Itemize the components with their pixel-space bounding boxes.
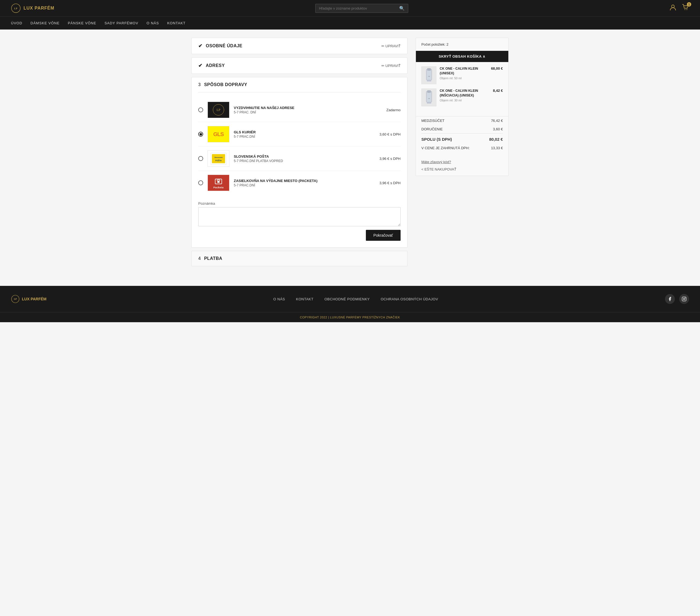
vat-value: 13,33 € bbox=[491, 146, 503, 150]
nav-damske[interactable]: DÁMSKE VÔNE bbox=[30, 17, 60, 29]
shipping-price-vyzdvihnutie: Zadarmo bbox=[376, 108, 401, 112]
total-label: SPOLU (S DPH) bbox=[421, 137, 452, 142]
svg-rect-8 bbox=[212, 154, 225, 163]
svg-rect-19 bbox=[427, 102, 431, 104]
cart-item-img-1: CK bbox=[421, 66, 436, 84]
footer-nav-onas[interactable]: O NÁS bbox=[273, 297, 285, 301]
radio-gls[interactable] bbox=[198, 132, 203, 137]
shipping-option-packeta[interactable]: Packeta ZASIELKOVŇA NA VÝDAJNE MIESTO (P… bbox=[198, 171, 401, 195]
continue-button[interactable]: Pokračovať bbox=[366, 230, 401, 241]
shipping-option-gls[interactable]: GLS GLS KURIÉR 5-7 PRAC.DNÍ 3,60 € s DPH bbox=[198, 122, 401, 146]
discount-link[interactable]: Máte zľavový kód? bbox=[416, 157, 508, 167]
cart-item-volume-2: Objem ml: 30 ml bbox=[440, 99, 490, 102]
svg-text:LP: LP bbox=[14, 298, 17, 300]
radio-packeta[interactable] bbox=[198, 180, 203, 185]
dopravy-header: 3 SPÔSOB DOPRAVY bbox=[192, 77, 407, 92]
svg-rect-13 bbox=[426, 69, 432, 80]
shipping-section: LP VYZDVIHNUTIE NA NAŠEJ ADRESE 5-7 PRAC… bbox=[192, 92, 407, 202]
packeta-icon bbox=[214, 177, 223, 185]
shipping-time-posta: 5-7 PRAC.DNÍ PLATBA VOPRED bbox=[234, 159, 372, 163]
shipping-price-posta: 3,96 € s DPH bbox=[376, 157, 401, 161]
svg-rect-12 bbox=[217, 181, 220, 183]
cart-item-info-1: CK ONE - CALVIN KLEIN (UNISEX) Objem ml:… bbox=[440, 66, 488, 80]
adresy-block: ✔ ADRESY ✏ UPRAVIŤ bbox=[191, 57, 408, 74]
platba-block: 4 PLATBA bbox=[191, 251, 408, 266]
footer-nav: O NÁS KONTAKT OBCHODNÉ PODMIENKY OCHRANA… bbox=[47, 297, 665, 301]
total-value: 80,02 € bbox=[489, 137, 503, 142]
footer-logo-icon: LP bbox=[11, 295, 20, 303]
cart-item-name-2: CK ONE - CALVIN KLEIN (INŠCIACIA) (UNISE… bbox=[440, 89, 490, 98]
back-link[interactable]: < EŠTE NAKUPOVAŤ bbox=[416, 167, 508, 176]
continue-btn-row: Pokračovať bbox=[198, 230, 401, 241]
dopravy-title: 3 SPÔSOB DOPRAVY bbox=[198, 82, 247, 87]
page-content: ✔ OSOBNÉ ÚDAJE ✏ UPRAVIŤ ✔ ADRESY ✏ UPRA… bbox=[186, 38, 514, 269]
nav-uvod[interactable]: ÚVOD bbox=[11, 17, 22, 29]
footer-social bbox=[665, 294, 689, 304]
search-icon[interactable]: 🔍 bbox=[399, 6, 405, 11]
nav-panske[interactable]: PÁNSKE VÔNE bbox=[68, 17, 96, 29]
svg-text:Slovenská: Slovenská bbox=[214, 157, 223, 158]
account-button[interactable] bbox=[670, 4, 676, 13]
cart-item-price-2: 8,42 € bbox=[493, 89, 503, 93]
svg-text:CK: CK bbox=[428, 76, 430, 77]
osobne-udaje-label: OSOBNÉ ÚDAJE bbox=[206, 43, 242, 48]
svg-point-2 bbox=[672, 5, 674, 8]
cart-item-info-2: CK ONE - CALVIN KLEIN (INŠCIACIA) (UNISE… bbox=[440, 89, 490, 102]
shipping-price-packeta: 3,96 € s DPH bbox=[376, 181, 401, 185]
shipping-info-posta: SLOVENSKÁ POŠTA 5-7 PRAC.DNÍ PLATBA VOPR… bbox=[234, 154, 372, 163]
cart-item-2: CK CK ONE - CALVIN KLEIN (INŠCIACIA) (UN… bbox=[421, 89, 503, 106]
footer-main: LP LUX PARFÉM O NÁS KONTAKT OBCHODNÉ POD… bbox=[0, 286, 700, 312]
svg-rect-14 bbox=[427, 68, 431, 70]
product-img-2-icon: CK bbox=[424, 90, 435, 105]
cart-button[interactable]: 1 bbox=[682, 4, 689, 13]
toggle-cart-button[interactable]: SKRYŤ OBSAH KOŠÍKA ∧ bbox=[416, 51, 508, 62]
shipping-option-posta[interactable]: Slovenská POŠTA SLOVENSKÁ POŠTA 5-7 PRAC… bbox=[198, 146, 401, 171]
cart-item-volume-1: Objem ml: 50 ml bbox=[440, 77, 488, 80]
platba-header: 4 PLATBA bbox=[192, 251, 407, 266]
svg-rect-18 bbox=[427, 90, 431, 93]
vat-label: V CENE JE ZAHRNUTÁ DPH: bbox=[421, 146, 470, 150]
delivery-value: 3,60 € bbox=[493, 127, 503, 131]
radio-dot-gls bbox=[200, 133, 202, 136]
footer-nav-obchodne[interactable]: OBCHODNÉ PODMIENKY bbox=[324, 297, 370, 301]
svg-text:LP: LP bbox=[216, 108, 221, 112]
cart-summary-header: Počet položiek: 2 bbox=[416, 38, 508, 51]
footer-copyright: COPYRIGHT 2022 | LUXUSNÉ PARFÉMY PRESTÍŽ… bbox=[0, 312, 700, 322]
edit-adresy-button[interactable]: ✏ UPRAVIŤ bbox=[382, 64, 401, 68]
header-icons: 1 bbox=[670, 4, 689, 13]
platba-label: PLATBA bbox=[204, 256, 222, 261]
search-bar[interactable]: 🔍 bbox=[315, 4, 408, 13]
footer-nav-ochrana[interactable]: OCHRANA OSOBNÝCH ÚDAJOV bbox=[380, 297, 438, 301]
svg-rect-17 bbox=[426, 91, 432, 102]
shipping-option-vyzdvihnutie[interactable]: LP VYZDVIHNUTIE NA NAŠEJ ADRESE 5-7 PRAC… bbox=[198, 98, 401, 122]
instagram-icon[interactable] bbox=[679, 294, 689, 304]
person-icon bbox=[670, 4, 676, 11]
note-textarea[interactable] bbox=[198, 207, 401, 226]
check-icon-1: ✔ bbox=[198, 43, 203, 49]
svg-text:POŠTA: POŠTA bbox=[215, 159, 222, 162]
osobne-udaje-title: ✔ OSOBNÉ ÚDAJE bbox=[198, 43, 242, 49]
footer-nav-kontakt[interactable]: KONTAKT bbox=[296, 297, 314, 301]
shipping-name-vyzdvihnutie: VYZDVIHNUTIE NA NAŠEJ ADRESE bbox=[234, 106, 372, 110]
brand-logo[interactable]: LP LUX PARFÉM bbox=[11, 3, 54, 13]
cart-totals: MEDZISÚČET 76,42 € DORUČENIE 3,60 € SPOL… bbox=[416, 116, 508, 157]
logo-lux: LP bbox=[208, 102, 229, 118]
delivery-row: DORUČENIE 3,60 € bbox=[421, 125, 503, 133]
cart-badge: 1 bbox=[687, 2, 691, 7]
svg-rect-23 bbox=[682, 297, 686, 301]
note-section: Poznámka Pokračovať bbox=[192, 202, 407, 247]
note-label: Poznámka bbox=[198, 202, 401, 206]
search-input[interactable] bbox=[319, 6, 398, 10]
footer-brand-name: LUX PARFÉM bbox=[22, 297, 47, 301]
checkout-left: ✔ OSOBNÉ ÚDAJE ✏ UPRAVIŤ ✔ ADRESY ✏ UPRA… bbox=[191, 38, 408, 269]
subtotal-label: MEDZISÚČET bbox=[421, 119, 445, 123]
nav-sady[interactable]: SADY PARFÉMOV bbox=[104, 17, 138, 29]
edit-osobne-udaje-button[interactable]: ✏ UPRAVIŤ bbox=[382, 44, 401, 48]
logo-posta: Slovenská POŠTA bbox=[208, 150, 229, 167]
nav-kontakt[interactable]: KONTAKT bbox=[167, 17, 185, 29]
nav-onas[interactable]: O NÁS bbox=[147, 17, 159, 29]
main-nav: ÚVOD DÁMSKE VÔNE PÁNSKE VÔNE SADY PARFÉM… bbox=[0, 16, 700, 29]
radio-vyzdvihnutie[interactable] bbox=[198, 107, 203, 112]
facebook-icon[interactable] bbox=[665, 294, 675, 304]
radio-posta[interactable] bbox=[198, 156, 203, 161]
